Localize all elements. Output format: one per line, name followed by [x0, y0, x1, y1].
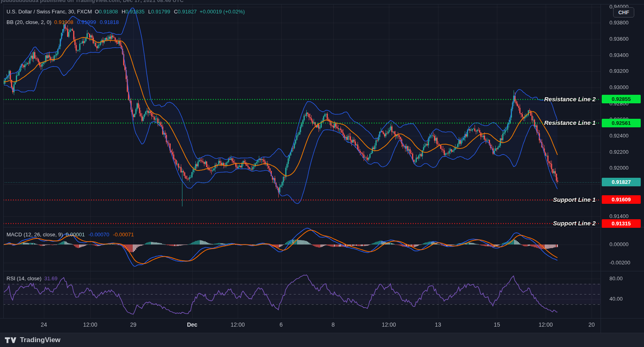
- brand-text: TradingView: [20, 336, 61, 344]
- publish-watermark: jdddddddddda published on TradingView.co…: [0, 0, 366, 3]
- ohlc-value: 0.91808: [99, 9, 118, 15]
- currency-toggle-button[interactable]: CHF: [613, 7, 634, 17]
- rsi-title[interactable]: RSI (14, close): [7, 275, 41, 282]
- rsi-value: 31.69: [44, 275, 58, 282]
- ohlc-label: L: [148, 9, 151, 15]
- bb-title[interactable]: BB (20, close, 2, 0): [7, 19, 52, 25]
- footer-bar: TradingView: [0, 333, 644, 347]
- pane-separator-macd[interactable]: [3, 227, 644, 227]
- ohlc-label: C: [174, 9, 178, 15]
- bb-legend: BB (20, close, 2, 0) 0.919080.919990.918…: [7, 19, 119, 25]
- ohlc-item: L0.91799: [148, 9, 170, 15]
- ohlc-value: 0.91835: [126, 9, 145, 15]
- macd-value: -0.00070: [89, 231, 109, 238]
- bb-value: 0.91999: [77, 19, 96, 25]
- macd-title[interactable]: MACD (12, 26, close, 9): [7, 231, 63, 238]
- symbol-change: +0.00019 (+0.02%): [199, 9, 245, 15]
- symbol-legend: U.S. Dollar / Swiss Franc, 30, FXCM O0.9…: [7, 9, 245, 15]
- bb-value: 0.91818: [100, 19, 119, 25]
- time-axis[interactable]: [3, 319, 601, 332]
- chart-top-border: [3, 4, 644, 4]
- bb-value: 0.91908: [54, 19, 74, 25]
- pane-separator-rsi[interactable]: [3, 271, 644, 271]
- ohlc-label: H: [121, 9, 125, 15]
- symbol-title[interactable]: U.S. Dollar / Swiss Franc, 30, FXCM: [7, 9, 92, 15]
- chart-window: jdddddddddda published on TradingView.co…: [0, 0, 644, 347]
- macd-values: 0.00001-0.00070-0.00071: [66, 231, 134, 238]
- macd-value: -0.00071: [113, 231, 134, 238]
- macd-value: 0.00001: [66, 231, 85, 238]
- ohlc-value: 0.91827: [178, 9, 197, 15]
- price-axis[interactable]: [601, 4, 644, 318]
- ohlc-item: C0.91827: [174, 9, 197, 15]
- publish-watermark-text: jdddddddddda published on TradingView.co…: [0, 0, 366, 3]
- tradingview-logo-icon: [5, 337, 17, 344]
- ohlc-item: H0.91835: [121, 9, 144, 15]
- ohlc-item: O0.91808: [95, 9, 118, 15]
- macd-legend: MACD (12, 26, close, 9) 0.00001-0.00070-…: [7, 231, 134, 238]
- ohlc-label: O: [95, 9, 99, 15]
- ohlc-value: 0.91799: [151, 9, 170, 15]
- ohlc-values: O0.91808H0.91835L0.91799C0.91827: [95, 9, 197, 15]
- tradingview-logo-link[interactable]: TradingView: [5, 336, 61, 344]
- bb-values: 0.919080.919990.91818: [54, 19, 119, 25]
- rsi-legend: RSI (14, close) 31.69: [7, 275, 58, 282]
